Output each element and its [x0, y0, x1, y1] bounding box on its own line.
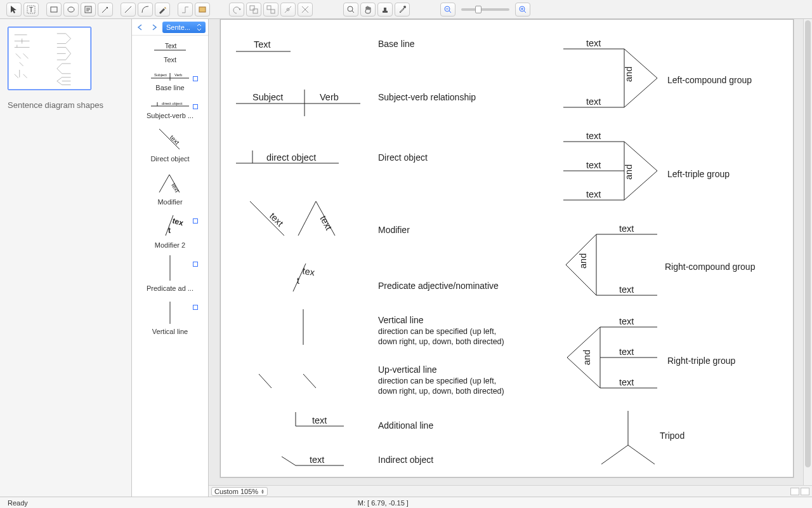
- svg-text:direction can be specified (up: direction can be specified (up left,down…: [378, 377, 504, 396]
- svg-line-34: [16, 53, 21, 58]
- shape-item-subjectverb[interactable]: direct object Subject-verb ...: [132, 95, 208, 119]
- shape-item-modifier[interactable]: text Modifier: [132, 166, 208, 206]
- shape-label: Text: [164, 56, 176, 64]
- rect-tool[interactable]: [46, 3, 62, 17]
- svg-point-3: [68, 7, 74, 12]
- svg-text:Up-vertical line: Up-vertical line: [378, 364, 437, 375]
- shape-label: Vertical line: [152, 328, 188, 335]
- shape-label: Direct object: [150, 155, 189, 163]
- shapes-panel: Sente... Text Text SubjectVerb Base line…: [132, 19, 209, 497]
- svg-text:and: and: [624, 164, 634, 180]
- svg-text:tex: tex: [301, 265, 316, 277]
- svg-point-21: [403, 6, 406, 8]
- connector-tool[interactable]: [178, 3, 193, 17]
- horizontal-scroll-row: Custom 105% ▲▼: [209, 485, 812, 497]
- stepper-icon: ▲▼: [261, 489, 265, 494]
- shape-label: Predicate ad ...: [147, 284, 193, 292]
- svg-text:and: and: [578, 253, 588, 269]
- shapes-library-label: Sente...: [166, 23, 190, 31]
- zoom-out-button[interactable]: [440, 3, 455, 17]
- zoom-tool[interactable]: [343, 3, 358, 17]
- shape-item-baseline[interactable]: SubjectVerb Base line: [132, 67, 208, 91]
- svg-rect-14: [271, 10, 275, 13]
- pen-tool[interactable]: [155, 3, 170, 17]
- svg-text:Subject: Subject: [252, 92, 283, 102]
- svg-line-134: [628, 445, 655, 464]
- svg-text:Vertical line: Vertical line: [378, 315, 424, 325]
- svg-text:text: text: [312, 415, 327, 425]
- ellipse-tool[interactable]: [63, 3, 79, 17]
- svg-text:t: t: [297, 276, 299, 286]
- canvas-area[interactable]: Text Base line Subject Verb Subject-verb…: [209, 19, 812, 485]
- svg-rect-13: [267, 6, 271, 10]
- svg-text:Right-triple group: Right-triple group: [667, 356, 736, 366]
- stamp-tool[interactable]: [195, 3, 210, 17]
- shapes-back-button[interactable]: [134, 22, 146, 33]
- svg-point-17: [348, 6, 353, 11]
- status-mouse-coords: M: [ 6.79, -0.15 ]: [358, 499, 409, 507]
- eyedropper-tool[interactable]: [395, 3, 410, 17]
- svg-text:text: text: [310, 455, 324, 465]
- shape-item-predicate[interactable]: Predicate ad ...: [132, 253, 208, 292]
- svg-rect-10: [199, 7, 206, 12]
- svg-text:Base line: Base line: [378, 39, 415, 49]
- zoom-in-button[interactable]: [515, 3, 530, 17]
- shape-item-text[interactable]: Text Text: [132, 39, 208, 64]
- svg-text:t: t: [168, 226, 171, 235]
- shapes-forward-button[interactable]: [148, 22, 160, 33]
- flip-button[interactable]: [298, 3, 313, 17]
- svg-line-38: [15, 74, 18, 78]
- svg-text:Left-compound group: Left-compound group: [667, 75, 752, 85]
- align-button[interactable]: [280, 3, 296, 17]
- arrow-tool[interactable]: [98, 3, 113, 17]
- ungroup-button[interactable]: [263, 3, 278, 17]
- svg-text:text: text: [586, 97, 601, 107]
- shape-item-vline[interactable]: Vertical line: [132, 296, 208, 335]
- svg-text:text: text: [619, 377, 634, 387]
- chevron-updown-icon: [197, 24, 202, 30]
- svg-text:Verb: Verb: [320, 92, 339, 102]
- view-mode-1[interactable]: [790, 488, 799, 495]
- svg-line-35: [23, 53, 29, 58]
- zoom-level-dropdown[interactable]: Custom 105% ▲▼: [211, 487, 268, 496]
- stamp2-tool[interactable]: [377, 3, 393, 17]
- page-caption: Sentence diagram shapes: [8, 100, 124, 110]
- text-tool[interactable]: T: [23, 3, 39, 17]
- svg-line-81: [303, 374, 316, 388]
- shape-label: Modifier: [157, 198, 182, 206]
- svg-rect-12: [253, 9, 258, 13]
- svg-text:text: text: [619, 224, 634, 234]
- vertical-scrollbar[interactable]: [803, 19, 812, 485]
- curve-tool[interactable]: [138, 3, 153, 17]
- page-thumbnail[interactable]: [8, 27, 91, 90]
- status-ready: Ready: [8, 499, 28, 507]
- canvas-page[interactable]: Text Base line Subject Verb Subject-verb…: [220, 19, 794, 478]
- group-button[interactable]: [246, 3, 261, 17]
- svg-text:direct object: direct object: [162, 102, 183, 105]
- shape-label: Subject-verb ...: [147, 112, 193, 119]
- svg-text:Subject: Subject: [154, 73, 167, 77]
- pointer-tool[interactable]: [6, 3, 22, 17]
- svg-text:text: text: [619, 347, 634, 357]
- shape-item-directobject[interactable]: text Direct object: [132, 123, 208, 163]
- line-tool[interactable]: [121, 3, 136, 17]
- zoom-slider[interactable]: [461, 8, 509, 11]
- svg-text:text: text: [268, 211, 285, 229]
- svg-text:tex: tex: [171, 216, 185, 227]
- pages-panel: Sentence diagram shapes: [0, 19, 132, 497]
- svg-line-80: [259, 374, 272, 388]
- shapes-library-dropdown[interactable]: Sente...: [162, 22, 206, 33]
- svg-text:and: and: [624, 67, 634, 82]
- shape-item-modifier2[interactable]: text Modifier 2: [132, 210, 208, 249]
- undo-button[interactable]: [229, 3, 244, 17]
- note-tool[interactable]: [81, 3, 96, 17]
- svg-line-116: [566, 265, 596, 295]
- svg-text:text: text: [586, 189, 601, 199]
- main-toolbar: T: [0, 0, 812, 19]
- view-mode-2[interactable]: [801, 488, 809, 495]
- horizontal-scrollbar[interactable]: [272, 488, 787, 495]
- hand-tool[interactable]: [360, 3, 376, 17]
- svg-text:Verb: Verb: [174, 73, 183, 77]
- svg-text:Right-compound group: Right-compound group: [665, 262, 756, 272]
- svg-text:text: text: [169, 134, 181, 146]
